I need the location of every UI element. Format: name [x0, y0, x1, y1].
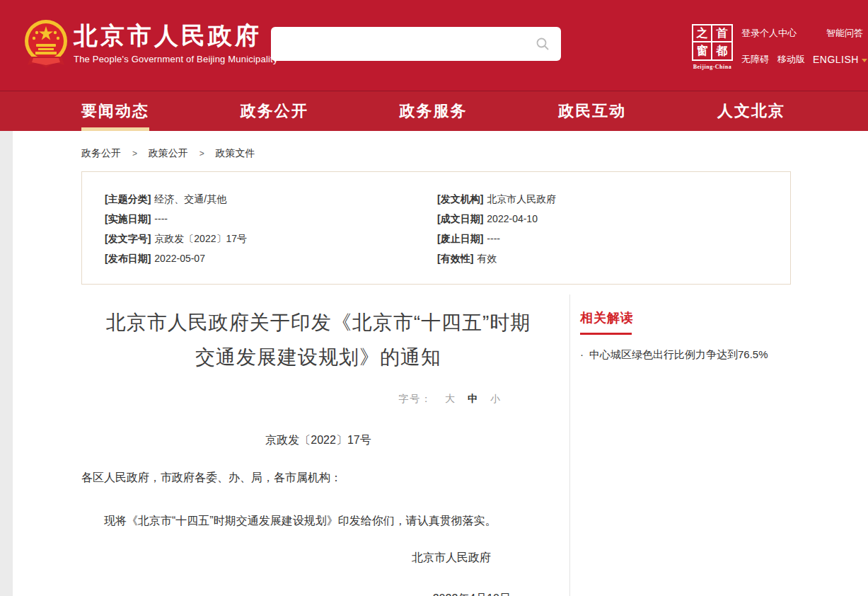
nav-item-culture-beijing[interactable]: 人文北京 [717, 91, 785, 131]
document-meta-box: [主题分类]经济、交通/其他 [实施日期]---- [发文字号]京政发〔2022… [81, 171, 791, 285]
article-title-line2: 交通发展建设规划》的通知 [81, 340, 555, 374]
related-reading-text: 中心城区绿色出行比例力争达到76.5% [589, 348, 768, 362]
font-size-selector: 字号： 大 中 小 [81, 393, 555, 406]
meta-value: 经济、交通/其他 [154, 193, 226, 205]
document-number: 京政发〔2022〕17号 [81, 433, 555, 448]
nav-item-public-interaction[interactable]: 政民互动 [558, 91, 626, 131]
national-emblem-logo [23, 17, 69, 71]
left-gutter [0, 131, 13, 596]
login-personal-center-link[interactable]: 登录个人中心 [741, 27, 797, 40]
meta-label: [主题分类] [105, 193, 151, 205]
nav-item-label: 政务公开 [241, 101, 308, 122]
sidebar-heading: 相关解读 [580, 309, 791, 326]
meta-value: 2022-04-10 [487, 213, 538, 224]
meta-column-right: [发文机构]北京市人民政府 [成文日期]2022-04-10 [废止日期]---… [437, 189, 790, 268]
nav-item-label: 政务服务 [400, 101, 468, 122]
seal-char: 窗 [693, 42, 712, 59]
main-nav: 要闻动态 政务公开 政务服务 政民互动 人文北京 [0, 91, 868, 131]
meta-label: [发文字号] [105, 233, 151, 244]
site-brand: 北京市人民政府 The People's Government of Beiji… [74, 23, 278, 64]
article-title-line1: 北京市人民政府关于印发《北京市“十四五”时期 [81, 305, 555, 340]
nav-item-gov-affairs-open[interactable]: 政务公开 [241, 91, 308, 131]
meta-row: [发文字号]京政发〔2022〕17号 [105, 229, 437, 248]
font-size-medium-button[interactable]: 中 [468, 393, 478, 404]
sidebar-heading-underline [580, 333, 632, 335]
capital-window-seal[interactable]: 之 首 窗 都 Beijing-China [692, 24, 733, 70]
meta-row: [主题分类]经济、交通/其他 [105, 189, 437, 209]
font-size-label: 字号： [398, 393, 432, 404]
header-quick-links: 登录个人中心 智能问答 无障碍 移动版 ENGLISH [741, 27, 863, 66]
english-label: ENGLISH [813, 54, 859, 65]
nav-item-label: 人文北京 [717, 101, 785, 122]
meta-row: [实施日期]---- [105, 209, 437, 229]
related-reading-link[interactable]: · 中心城区绿色出行比例力争达到76.5% [580, 348, 791, 362]
meta-row: [有效性]有效 [437, 248, 790, 268]
meta-column-left: [主题分类]经济、交通/其他 [实施日期]---- [发文字号]京政发〔2022… [105, 189, 437, 268]
meta-value: 京政发〔2022〕17号 [154, 233, 247, 244]
meta-value: ---- [487, 233, 500, 244]
signature-organization: 北京市人民政府 [81, 551, 555, 566]
meta-row: [废止日期]---- [437, 229, 790, 248]
meta-label: [实施日期] [105, 213, 151, 224]
mobile-version-link[interactable]: 移动版 [777, 53, 805, 66]
meta-label: [发布日期] [105, 253, 151, 264]
nav-item-label: 要闻动态 [81, 101, 149, 122]
nav-item-news[interactable]: 要闻动态 [81, 91, 149, 131]
meta-label: [发文机构] [437, 193, 483, 205]
breadcrumb-separator: > [199, 149, 204, 159]
meta-value: 北京市人民政府 [487, 193, 556, 205]
seal-char: 都 [712, 42, 731, 59]
meta-row: [发文机构]北京市人民政府 [437, 189, 790, 209]
seal-char: 之 [693, 25, 712, 42]
nav-item-label: 政民互动 [558, 101, 626, 122]
meta-label: [有效性] [437, 253, 473, 264]
meta-value: 2022-05-07 [154, 253, 205, 264]
caret-down-icon [862, 59, 867, 62]
article: 北京市人民政府关于印发《北京市“十四五”时期 交通发展建设规划》的通知 字号： … [81, 294, 570, 596]
bullet-icon: · [580, 348, 584, 362]
breadcrumb-item[interactable]: 政务公开 [81, 147, 121, 159]
meta-label: [成文日期] [437, 213, 483, 224]
seal-caption: Beijing-China [692, 64, 733, 70]
breadcrumb-item[interactable]: 政策公开 [149, 147, 188, 159]
english-language-link[interactable]: ENGLISH [813, 54, 867, 65]
meta-label: [废止日期] [437, 233, 483, 244]
breadcrumb-separator: > [132, 149, 137, 159]
font-size-small-button[interactable]: 小 [490, 393, 500, 404]
search-icon[interactable] [536, 37, 550, 51]
meta-value: 有效 [477, 253, 497, 264]
related-reading-sidebar: 相关解读 · 中心城区绿色出行比例力争达到76.5% [570, 294, 791, 596]
accessibility-link[interactable]: 无障碍 [741, 53, 769, 66]
seal-char: 首 [712, 25, 731, 42]
nav-item-gov-services[interactable]: 政务服务 [400, 91, 468, 131]
meta-row: [发布日期]2022-05-07 [105, 248, 437, 268]
breadcrumb-item[interactable]: 政策文件 [216, 147, 255, 159]
breadcrumb: 政务公开 > 政策公开 > 政策文件 [81, 131, 791, 160]
font-size-large-button[interactable]: 大 [445, 393, 455, 404]
meta-row: [成文日期]2022-04-10 [437, 209, 790, 229]
site-subtitle: The People's Government of Beijing Munic… [74, 54, 278, 64]
meta-value: ---- [154, 213, 168, 224]
site-title: 北京市人民政府 [74, 23, 278, 49]
article-salutation: 各区人民政府，市政府各委、办、局，各市属机构： [81, 470, 555, 486]
article-title: 北京市人民政府关于印发《北京市“十四五”时期 交通发展建设规划》的通知 [81, 305, 555, 374]
signature-date: 2022年4月10日 [81, 592, 555, 596]
search-input[interactable] [271, 27, 536, 61]
capital-window-seal-box: 之 首 窗 都 [692, 24, 733, 61]
article-paragraph: 现将《北京市“十四五”时期交通发展建设规划》印发给你们，请认真贯彻落实。 [81, 513, 555, 529]
smart-qa-link[interactable]: 智能问答 [826, 27, 863, 40]
site-header: 北京市人民政府 The People's Government of Beiji… [0, 0, 868, 91]
search-box [271, 27, 561, 61]
page-body: 政务公开 > 政策公开 > 政策文件 [主题分类]经济、交通/其他 [实施日期]… [0, 131, 868, 596]
